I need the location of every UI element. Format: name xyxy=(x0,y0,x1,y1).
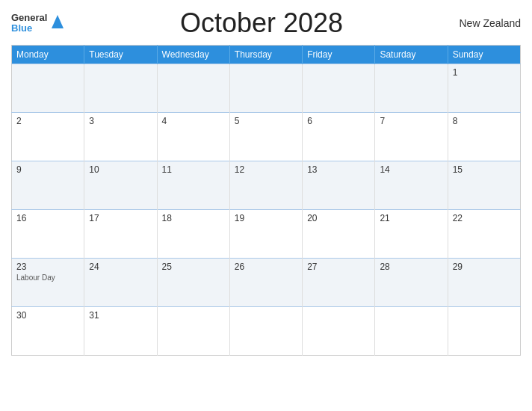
calendar-week-row: 23Labour Day242526272829 xyxy=(12,259,521,307)
calendar-header-row: Monday Tuesday Wednesday Thursday Friday… xyxy=(12,46,521,64)
calendar-cell: 30 xyxy=(12,307,84,356)
col-tuesday: Tuesday xyxy=(84,46,157,64)
calendar-cell xyxy=(303,64,375,113)
day-number: 23 xyxy=(16,262,79,272)
day-number: 15 xyxy=(453,164,516,175)
calendar-cell: 28 xyxy=(375,259,448,307)
logo: General Blue xyxy=(11,13,64,34)
calendar-cell xyxy=(448,307,520,356)
calendar-cell xyxy=(157,64,229,113)
day-number: 13 xyxy=(307,164,370,175)
calendar-cell: 5 xyxy=(229,113,302,161)
calendar-cell: 16 xyxy=(12,210,84,259)
col-wednesday: Wednesday xyxy=(157,46,229,64)
day-number: 9 xyxy=(16,164,79,175)
col-thursday: Thursday xyxy=(229,46,302,64)
calendar-cell: 20 xyxy=(303,210,375,259)
day-number: 5 xyxy=(235,116,297,126)
calendar-cell: 14 xyxy=(375,161,448,210)
calendar-cell: 1 xyxy=(448,64,520,113)
calendar-cell: 29 xyxy=(448,259,520,307)
calendar-page: General Blue October 2028 New Zealand Mo… xyxy=(0,0,532,411)
calendar-cell: 9 xyxy=(12,161,84,210)
calendar-cell xyxy=(375,64,448,113)
day-number: 7 xyxy=(380,116,442,126)
calendar-week-row: 9101112131415 xyxy=(12,161,521,210)
day-number: 1 xyxy=(453,67,516,78)
logo-general-text: General xyxy=(11,13,47,23)
day-number: 12 xyxy=(235,164,297,175)
calendar-cell: 6 xyxy=(303,113,375,161)
calendar-cell xyxy=(157,307,229,356)
calendar-table: Monday Tuesday Wednesday Thursday Friday… xyxy=(11,45,521,356)
day-number: 16 xyxy=(16,213,79,223)
day-number: 24 xyxy=(89,262,152,272)
logo-triangle-icon xyxy=(52,15,64,31)
day-number: 30 xyxy=(16,310,79,321)
page-header: General Blue October 2028 New Zealand xyxy=(11,7,521,39)
calendar-cell: 11 xyxy=(157,161,229,210)
calendar-cell xyxy=(303,307,375,356)
calendar-cell xyxy=(375,307,448,356)
day-number: 8 xyxy=(453,116,516,126)
day-number: 21 xyxy=(380,213,442,223)
col-sunday: Sunday xyxy=(448,46,520,64)
calendar-cell: 21 xyxy=(375,210,448,259)
calendar-cell xyxy=(229,64,302,113)
calendar-cell: 4 xyxy=(157,113,229,161)
calendar-cell: 26 xyxy=(229,259,302,307)
day-number: 19 xyxy=(235,213,297,223)
day-number: 29 xyxy=(453,262,516,272)
day-number: 25 xyxy=(162,262,225,272)
calendar-cell: 8 xyxy=(448,113,520,161)
day-number: 2 xyxy=(16,116,79,126)
calendar-cell: 13 xyxy=(303,161,375,210)
calendar-cell: 19 xyxy=(229,210,302,259)
holiday-label: Labour Day xyxy=(16,274,79,282)
calendar-cell: 15 xyxy=(448,161,520,210)
col-saturday: Saturday xyxy=(375,46,448,64)
calendar-cell: 25 xyxy=(157,259,229,307)
day-number: 26 xyxy=(235,262,297,272)
day-number: 28 xyxy=(380,262,442,272)
day-number: 4 xyxy=(162,116,225,126)
day-number: 31 xyxy=(89,310,152,321)
day-number: 22 xyxy=(453,213,516,223)
day-number: 18 xyxy=(162,213,225,223)
month-title: October 2028 xyxy=(64,7,459,39)
calendar-cell xyxy=(12,64,84,113)
calendar-cell: 2 xyxy=(12,113,84,161)
day-number: 20 xyxy=(307,213,370,223)
day-number: 14 xyxy=(380,164,442,175)
calendar-cell xyxy=(229,307,302,356)
day-number: 27 xyxy=(307,262,370,272)
calendar-cell: 17 xyxy=(84,210,157,259)
logo-blue-text: Blue xyxy=(11,23,47,34)
col-monday: Monday xyxy=(12,46,84,64)
col-friday: Friday xyxy=(303,46,375,64)
calendar-cell: 31 xyxy=(84,307,157,356)
svg-marker-0 xyxy=(52,15,64,28)
calendar-week-row: 2345678 xyxy=(12,113,521,161)
day-number: 17 xyxy=(89,213,152,223)
country-label: New Zealand xyxy=(460,17,522,29)
day-number: 3 xyxy=(89,116,152,126)
calendar-cell: 24 xyxy=(84,259,157,307)
day-number: 6 xyxy=(307,116,370,126)
calendar-cell: 27 xyxy=(303,259,375,307)
calendar-cell: 22 xyxy=(448,210,520,259)
calendar-cell: 12 xyxy=(229,161,302,210)
calendar-cell: 23Labour Day xyxy=(12,259,84,307)
calendar-week-row: 3031 xyxy=(12,307,521,356)
calendar-cell: 10 xyxy=(84,161,157,210)
day-number: 10 xyxy=(89,164,152,175)
calendar-cell xyxy=(84,64,157,113)
calendar-week-row: 16171819202122 xyxy=(12,210,521,259)
calendar-week-row: 1 xyxy=(12,64,521,113)
calendar-cell: 18 xyxy=(157,210,229,259)
calendar-cell: 3 xyxy=(84,113,157,161)
logo-text-block: General Blue xyxy=(11,13,47,34)
day-number: 11 xyxy=(162,164,225,175)
calendar-cell: 7 xyxy=(375,113,448,161)
